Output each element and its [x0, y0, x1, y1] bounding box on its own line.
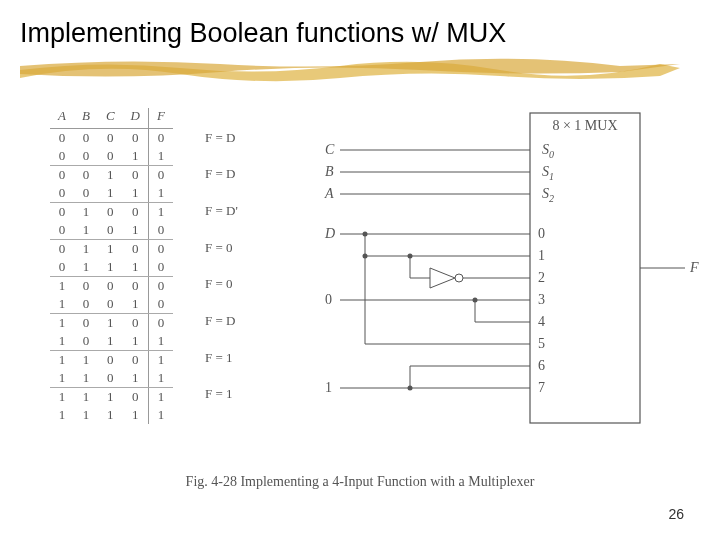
select-S0: S0: [542, 142, 554, 160]
table-cell: 0: [98, 295, 123, 314]
table-cell: 1: [98, 240, 123, 259]
table-cell: 1: [98, 314, 123, 333]
table-row: 00111: [50, 184, 173, 203]
table-cell: 1: [123, 147, 149, 166]
table-cell: 0: [148, 221, 172, 240]
table-cell: 1: [98, 406, 123, 424]
table-cell: 0: [74, 147, 98, 166]
table-row: 00000: [50, 129, 173, 148]
table-cell: 1: [50, 295, 74, 314]
input-label-D: D: [324, 226, 335, 241]
table-row: 11101: [50, 388, 173, 407]
table-cell: 1: [123, 369, 149, 388]
table-cell: 1: [74, 258, 98, 277]
table-cell: 0: [74, 166, 98, 185]
table-cell: 0: [98, 147, 123, 166]
table-cell: 1: [50, 314, 74, 333]
table-cell: 1: [50, 406, 74, 424]
table-row: 01010: [50, 221, 173, 240]
table-cell: 1: [74, 203, 98, 222]
col-F: F: [148, 108, 172, 129]
table-cell: 0: [50, 129, 74, 148]
data-in-0: 0: [538, 226, 545, 241]
table-row: 10111: [50, 332, 173, 351]
table-cell: 0: [148, 295, 172, 314]
table-cell: 1: [74, 406, 98, 424]
data-in-6: 6: [538, 358, 545, 373]
table-cell: 0: [123, 203, 149, 222]
table-row: 00011: [50, 147, 173, 166]
table-cell: 0: [123, 129, 149, 148]
table-cell: 0: [50, 240, 74, 259]
data-in-5: 5: [538, 336, 545, 351]
table-row: 11011: [50, 369, 173, 388]
table-cell: 0: [98, 221, 123, 240]
col-B: B: [74, 108, 98, 129]
table-cell: 1: [50, 277, 74, 296]
table-cell: 1: [123, 258, 149, 277]
table-cell: 1: [148, 369, 172, 388]
f-annotation: F = D: [205, 313, 235, 329]
table-cell: 0: [74, 332, 98, 351]
table-cell: 0: [50, 147, 74, 166]
table-cell: 0: [98, 277, 123, 296]
data-in-2: 2: [538, 270, 545, 285]
table-cell: 0: [123, 166, 149, 185]
table-row: 10010: [50, 295, 173, 314]
table-row: 00100: [50, 166, 173, 185]
f-annotation: F = 1: [205, 350, 233, 366]
table-cell: 0: [123, 240, 149, 259]
input-label-A: A: [324, 186, 334, 201]
input-label-zero: 0: [325, 292, 332, 307]
table-cell: 0: [74, 129, 98, 148]
mux-title: 8 × 1 MUX: [552, 118, 617, 133]
table-cell: 1: [98, 166, 123, 185]
table-row: 01001: [50, 203, 173, 222]
table-cell: 1: [148, 406, 172, 424]
table-cell: 0: [74, 277, 98, 296]
table-cell: 0: [148, 129, 172, 148]
table-cell: 0: [74, 184, 98, 203]
table-cell: 0: [50, 203, 74, 222]
table-row: 10100: [50, 314, 173, 333]
table-cell: 1: [98, 332, 123, 351]
table-cell: 0: [50, 258, 74, 277]
table-cell: 1: [50, 332, 74, 351]
inverter-icon: [430, 268, 455, 288]
table-cell: 1: [50, 351, 74, 370]
table-cell: 1: [148, 332, 172, 351]
table-cell: 0: [148, 258, 172, 277]
page-number: 26: [668, 506, 684, 522]
table-cell: 1: [74, 369, 98, 388]
mux-box: [530, 113, 640, 423]
table-row: 01100: [50, 240, 173, 259]
table-cell: 0: [148, 314, 172, 333]
table-cell: 1: [123, 332, 149, 351]
table-cell: 1: [98, 258, 123, 277]
table-cell: 0: [123, 388, 149, 407]
col-A: A: [50, 108, 74, 129]
table-cell: 0: [98, 129, 123, 148]
title-underline-decoration: [20, 56, 680, 84]
table-cell: 1: [148, 147, 172, 166]
input-label-B: B: [325, 164, 334, 179]
table-row: 11001: [50, 351, 173, 370]
data-in-7: 7: [538, 380, 545, 395]
f-annotation: F = 0: [205, 276, 233, 292]
table-cell: 1: [50, 388, 74, 407]
table-cell: 0: [50, 184, 74, 203]
table-cell: 0: [74, 295, 98, 314]
table-cell: 0: [123, 277, 149, 296]
table-cell: 0: [50, 221, 74, 240]
table-cell: 0: [74, 314, 98, 333]
table-row: 01110: [50, 258, 173, 277]
table-row: 10000: [50, 277, 173, 296]
slide-title: Implementing Boolean functions w/ MUX: [20, 18, 506, 49]
f-annotation: F = D: [205, 130, 235, 146]
input-label-one: 1: [325, 380, 332, 395]
table-cell: 0: [98, 351, 123, 370]
f-annotation: F = 1: [205, 386, 233, 402]
table-header-row: A B C D F: [50, 108, 173, 129]
table-cell: 0: [148, 166, 172, 185]
f-annotation: F = D': [205, 203, 238, 219]
